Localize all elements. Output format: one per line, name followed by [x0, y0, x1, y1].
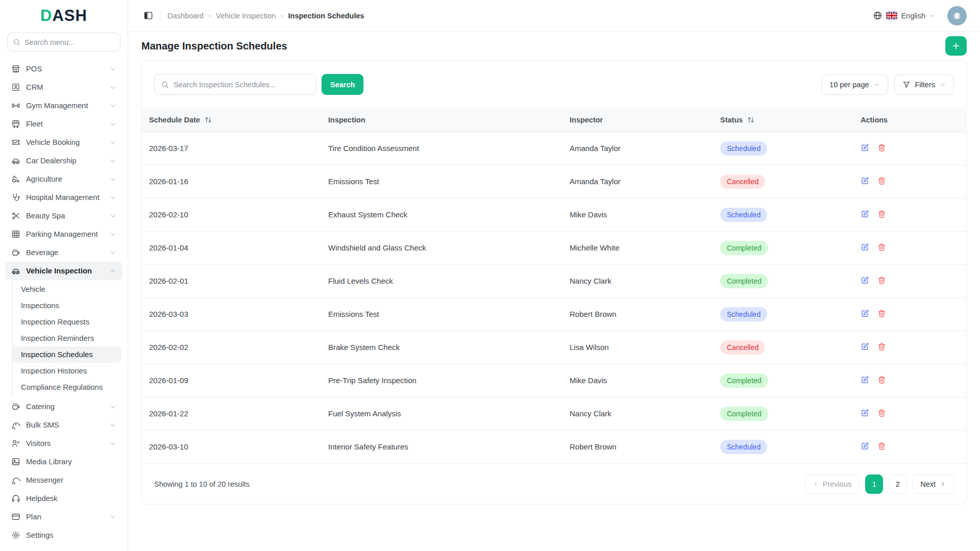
sidebar-item-beverage[interactable]: Beverage [5, 243, 122, 262]
sidebar-subitem-inspection-requests[interactable]: Inspection Requests [13, 314, 121, 330]
delete-button[interactable] [877, 309, 886, 319]
table-row: 2026-02-10 Exhaust System Check Mike Dav… [142, 198, 966, 231]
trash-icon [877, 375, 886, 384]
sidebar-subitem-inspection-histories[interactable]: Inspection Histories [13, 363, 121, 379]
sidebar-item-vehicle-inspection[interactable]: Vehicle Inspection [5, 262, 122, 280]
sidebar-item-label: Catering [26, 403, 104, 411]
sidebar-item-bulk-sms[interactable]: Bulk SMS [5, 416, 122, 434]
sort-icon[interactable] [204, 115, 213, 124]
table-search-input[interactable] [174, 81, 310, 89]
sidebar-subitem-vehicle[interactable]: Vehicle [13, 281, 121, 297]
delete-button[interactable] [877, 143, 886, 154]
delete-button[interactable] [877, 375, 886, 386]
sidebar-item-crm[interactable]: CRM [5, 78, 122, 96]
trash-icon [877, 342, 886, 351]
edit-button[interactable] [861, 210, 869, 220]
page-1-button[interactable]: 1 [865, 474, 883, 494]
delete-button[interactable] [877, 177, 886, 187]
delete-button[interactable] [877, 342, 886, 353]
sidebar-item-visitors[interactable]: Visitors [5, 434, 122, 453]
sidebar-item-label: Beverage [26, 248, 104, 257]
schedule-date-cell: 2026-03-10 [142, 430, 321, 463]
filters-button[interactable]: Filters [894, 74, 954, 95]
page-2-button[interactable]: 2 [889, 474, 906, 494]
delete-button[interactable] [877, 243, 886, 253]
headset-icon [11, 494, 20, 503]
sidebar-item-gym-management[interactable]: Gym Management [5, 96, 122, 115]
sidebar-subitem-inspections[interactable]: Inspections [13, 297, 121, 314]
subitem-label: Inspections [21, 302, 59, 310]
edit-button[interactable] [861, 375, 869, 386]
sidebar-item-label: Hospital Management [26, 193, 104, 202]
topbar-divider [161, 10, 161, 21]
breadcrumb-current: Inspection Schedules [288, 12, 364, 20]
edit-button[interactable] [861, 243, 869, 253]
search-button[interactable]: Search [322, 74, 363, 95]
add-schedule-button[interactable] [945, 36, 967, 56]
delete-button[interactable] [877, 409, 886, 419]
inspection-cell: Emissions Test [321, 297, 562, 331]
language-selector[interactable]: English [873, 11, 935, 20]
sidebar-item-pos[interactable]: POS [5, 60, 122, 78]
chevron-down-icon [110, 514, 116, 520]
sidebar-item-plan[interactable]: Plan [5, 508, 122, 526]
edit-button[interactable] [861, 442, 869, 452]
previous-page-button[interactable]: Previous [804, 474, 860, 494]
inspector-cell: Amanda Taylor [562, 132, 713, 165]
dumbbell-icon [11, 101, 20, 110]
status-badge: Scheduled [720, 208, 767, 222]
edit-button[interactable] [861, 409, 869, 419]
sidebar-subitem-inspection-reminders[interactable]: Inspection Reminders [13, 330, 121, 346]
chevron-down-icon [940, 82, 946, 88]
sidebar-item-parking-management[interactable]: Parking Management [5, 225, 122, 243]
edit-button[interactable] [861, 177, 869, 187]
toolbar-right: 10 per page Filters [821, 74, 954, 95]
sort-icon[interactable] [746, 115, 755, 124]
sidebar-item-settings[interactable]: Settings [5, 526, 122, 544]
chevron-down-icon [110, 404, 116, 410]
sidebar-item-car-dealership[interactable]: Car Dealership [5, 152, 122, 170]
breadcrumb-vehicle-inspection[interactable]: Vehicle Inspection [216, 12, 276, 20]
column-status: Status [713, 108, 853, 132]
inspector-cell: Robert Brown [562, 430, 713, 463]
search-icon [161, 81, 169, 89]
sidebar-item-hospital-management[interactable]: Hospital Management [5, 188, 122, 207]
sidebar-item-media-library[interactable]: Media Library [5, 453, 122, 471]
per-page-select[interactable]: 10 per page [821, 74, 888, 95]
status-badge: Cancelled [720, 340, 765, 355]
sidebar-subitem-inspection-schedules[interactable]: Inspection Schedules [13, 346, 121, 363]
sidebar-toggle-button[interactable] [141, 9, 155, 22]
coffee-cup-icon [11, 402, 20, 411]
edit-button[interactable] [861, 276, 869, 286]
sidebar-item-label: Vehicle Booking [26, 138, 104, 146]
inspector-cell: Amanda Taylor [562, 165, 713, 198]
next-page-button[interactable]: Next [912, 474, 954, 494]
sidebar-item-messenger[interactable]: Messenger [5, 471, 122, 489]
breadcrumb-dashboard[interactable]: Dashboard [167, 12, 204, 20]
breadcrumb-separator: › [209, 12, 211, 19]
sidebar-item-fleet[interactable]: Fleet [5, 115, 122, 133]
sidebar-item-label: Gym Management [26, 102, 104, 110]
sidebar-item-helpdesk[interactable]: Helpdesk [5, 489, 122, 508]
schedule-date-cell: 2026-01-16 [142, 165, 321, 198]
delete-button[interactable] [877, 276, 886, 286]
inspector-cell: Michelle White [562, 231, 713, 264]
sidebar-search-input[interactable] [24, 38, 115, 46]
delete-button[interactable] [877, 442, 886, 452]
sidebar-item-catering[interactable]: Catering [5, 397, 122, 416]
edit-button[interactable] [861, 342, 869, 353]
car-icon [11, 266, 20, 276]
sidebar-item-vehicle-booking[interactable]: Vehicle Booking [5, 133, 122, 152]
delete-button[interactable] [877, 210, 886, 220]
user-avatar[interactable] [947, 6, 967, 26]
edit-button[interactable] [861, 309, 869, 319]
sidebar-item-agriculture[interactable]: Agriculture [5, 170, 122, 188]
sidebar-item-label: Parking Management [26, 230, 104, 238]
ticket-icon [11, 138, 20, 147]
user-check-icon [11, 439, 20, 448]
subitem-label: Inspection Schedules [21, 350, 93, 359]
sidebar-subitem-compliance-regulations[interactable]: Compliance Regulations [13, 379, 121, 395]
edit-button[interactable] [861, 143, 869, 154]
sidebar-item-beauty-spa[interactable]: Beauty Spa [5, 207, 122, 225]
globe-icon [873, 11, 883, 20]
